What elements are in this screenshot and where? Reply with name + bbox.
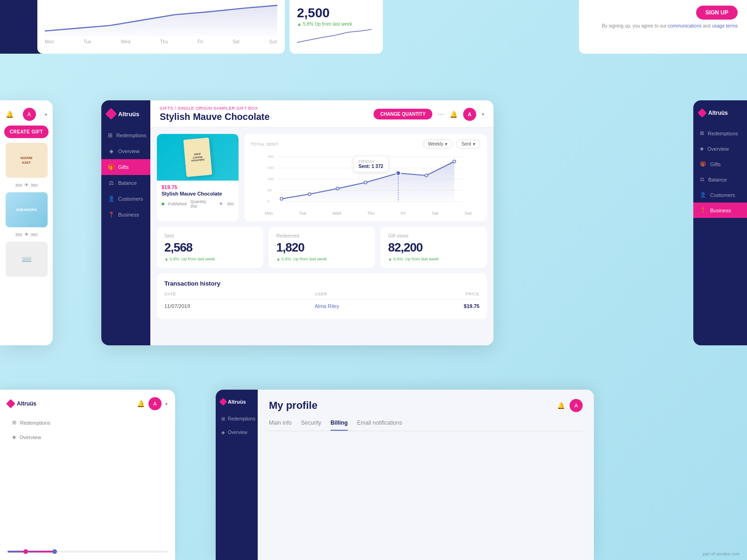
right-nav-customers[interactable]: 👤 Customers [693, 187, 747, 203]
bottom-avatar-chevron[interactable]: ▾ [165, 401, 168, 406]
sent-value: 2,568 [164, 240, 192, 255]
tab-main-info[interactable]: Main info [269, 420, 292, 431]
profile-sidebar-overview[interactable]: ◈ Overview [216, 426, 258, 439]
sent-change: ▲ 5.8% Up from last week [164, 257, 216, 261]
left-product-3: ⌨️ [6, 242, 48, 277]
top-stat-change: ▲ 5.8% Up from last week [297, 21, 375, 27]
right-nav-customers-label: Customers [710, 192, 735, 198]
left-product-2-text: SNEAKERS [16, 208, 36, 212]
left-partial-card: 🔔 A ▾ CREATE GIFT WARMKNIT 350 👁 350 SNE… [0, 100, 53, 345]
bottom-header-actions: 🔔 A ▾ [137, 397, 168, 410]
sent-select[interactable]: Sent ▾ [456, 140, 480, 148]
bottom-redemptions-icon: ⊞ [12, 420, 16, 426]
left-bell-icon[interactable]: 🔔 [6, 111, 14, 118]
right-nav-overview[interactable]: ◈ Overview [693, 141, 747, 156]
svg-text:0: 0 [268, 199, 270, 203]
top-stat-value: 2,500 [297, 6, 375, 21]
terms-text: By signing up, you agree to our communic… [602, 23, 738, 28]
header-left: GIFTS / SINGLE ORIGIN SAMPLER GIFT BOX S… [160, 106, 270, 122]
stat-card-giftviews: Gift views 82,200 ▲ 6.6% Up from last we… [381, 227, 487, 268]
axis-thu: Thu [160, 39, 168, 44]
right-nav-redemptions[interactable]: ⊞ Redemptions [693, 126, 747, 141]
profile-avatar: A [570, 399, 583, 412]
breadcrumb: GIFTS / SINGLE ORIGIN SAMPLER GIFT BOX [160, 106, 270, 111]
right-nav-gifts[interactable]: 🎁 Gifts [693, 156, 747, 172]
right-nav-business-label: Business [710, 208, 731, 213]
profile-sidebar-redemptions[interactable]: ⊞ Redemptions [216, 412, 258, 426]
bottom-nav-redemptions[interactable]: ⊞ Redemptions [7, 416, 168, 429]
product-quantity: Quantity: 350 [190, 199, 215, 209]
eye-icon-1: 👁 [24, 182, 29, 188]
change-quantity-button[interactable]: CHANGE QUANTITY [374, 109, 432, 119]
sidebar-logo: Altruüs [101, 110, 150, 127]
profile-header: My profile 🔔 A [269, 399, 583, 412]
progress-dot-2 [52, 549, 57, 554]
sidebar: Altruüs ⊞ Redemptions ◈ Overview 🎁 Gifts… [101, 100, 150, 345]
svg-point-12 [308, 193, 311, 196]
right-nav-balance[interactable]: ⚖ Balance [693, 172, 747, 187]
transaction-history-card: Transaction history Date User Price 11/0… [157, 273, 487, 319]
main-card: Altruüs ⊞ Redemptions ◈ Overview 🎁 Gifts… [101, 100, 493, 345]
left-avatar: A [23, 108, 36, 121]
left-product-3-icon: ⌨️ [21, 254, 32, 265]
left-chevron[interactable]: ▾ [45, 112, 47, 117]
sidebar-item-overview[interactable]: ◈ Overview [101, 143, 150, 159]
progress-area [7, 547, 168, 553]
sidebar-item-customers[interactable]: 👤 Customers [101, 191, 150, 207]
sidebar-item-balance[interactable]: ⚖ Balance [101, 175, 150, 191]
page-title: Stylish Mauve Chocolate [160, 112, 270, 122]
product-info: $19.75 Stylish Mauve Chocolate Published… [157, 181, 239, 212]
eye-icon-2: 👁 [24, 232, 29, 237]
ps-redemptions-icon: ⊞ [221, 416, 225, 421]
header-avatar-chevron[interactable]: ▾ [482, 112, 484, 117]
balance-icon: ⚖ [108, 180, 114, 186]
profile-sidebar-logo: Altruüs [216, 399, 258, 412]
top-chart-axis: Mon Tue Wed Thu Fri Sat Sun [45, 39, 277, 44]
tx-table: Date User Price 11/07/2019 Alma Riley $1… [164, 292, 479, 313]
tab-security[interactable]: Security [301, 420, 321, 431]
right-nav-gifts-label: Gifts [710, 161, 721, 167]
svg-text:100: 100 [268, 177, 274, 181]
right-logo-diamond [698, 108, 707, 118]
bottom-bell-icon[interactable]: 🔔 [137, 400, 145, 407]
header-bell-icon[interactable]: 🔔 [450, 111, 458, 118]
view-icon: 👁 [219, 202, 223, 206]
axis-sun: Sun [269, 39, 277, 44]
tx-price: $19.75 [464, 303, 479, 309]
right-nav-business[interactable]: 📍 Business [693, 203, 747, 218]
tx-user[interactable]: Alma Riley [315, 303, 339, 309]
svg-point-13 [336, 187, 339, 190]
user-icon: 👤 [108, 196, 114, 202]
create-gift-button[interactable]: CREATE GIFT [4, 126, 49, 138]
axis-wed: Wed [121, 39, 130, 44]
usage-terms-link[interactable]: usage terms [712, 23, 738, 28]
right-partial-card: Altruüs ⊞ Redemptions ◈ Overview 🎁 Gifts… [693, 100, 747, 345]
giftviews-value: 82,200 [388, 240, 423, 255]
right-nav-customers-icon: 👤 [700, 192, 706, 198]
bottom-left-logo: Altruüs [7, 400, 36, 407]
sidebar-item-business-label: Business [118, 212, 139, 217]
tooltip-value: Sent: 1 372 [359, 164, 383, 169]
profile-bell-icon[interactable]: 🔔 [557, 402, 565, 409]
tab-billing[interactable]: Billing [331, 420, 348, 431]
chart-card: TOTAL SENT Weekly ▾ Sent ▾ [244, 134, 487, 221]
right-nav-business-icon: 📍 [700, 207, 706, 213]
giftviews-change: ▲ 6.6% Up from last week [388, 257, 439, 261]
more-options-button[interactable]: ··· [438, 110, 444, 119]
tab-email-notifications[interactable]: Email notifications [357, 420, 402, 431]
product-price: $19.75 [162, 184, 234, 190]
sidebar-item-business[interactable]: 📍 Business [101, 207, 150, 223]
header-actions: CHANGE QUANTITY ··· 🔔 A ▾ [374, 108, 484, 121]
signup-button[interactable]: SIGN UP [696, 6, 738, 20]
product-card: DROPCOFFEEROASTERS $19.75 Stylish Mauve … [157, 134, 239, 221]
sidebar-item-gifts[interactable]: 🎁 Gifts [101, 159, 150, 175]
giftviews-label: Gift views [388, 233, 408, 238]
chart-tooltip: FRIDAY Sent: 1 372 [353, 156, 388, 172]
weekly-select[interactable]: Weekly ▾ [423, 140, 453, 148]
profile-content: My profile 🔔 A Main info Security Billin… [258, 390, 594, 560]
bottom-nav-overview[interactable]: ◈ Overview [7, 430, 168, 444]
redeemed-value: 1,820 [276, 240, 304, 255]
sidebar-item-redemptions[interactable]: ⊞ Redemptions [101, 127, 150, 143]
tx-col-user: User [315, 292, 327, 296]
communications-link[interactable]: communications [668, 23, 701, 28]
